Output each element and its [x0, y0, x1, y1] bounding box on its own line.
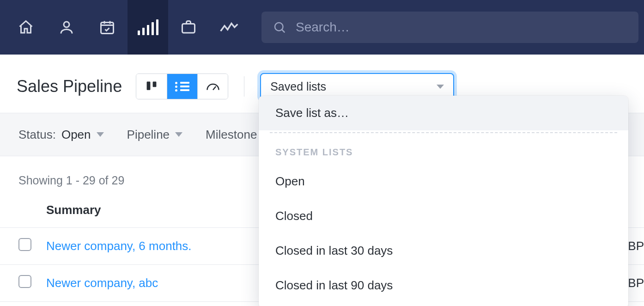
svg-point-0	[64, 22, 69, 27]
nav-pipeline[interactable]	[128, 0, 168, 55]
view-dashboard-button[interactable]	[197, 74, 228, 99]
chevron-down-icon	[97, 132, 104, 137]
gauge-icon	[206, 81, 220, 92]
search-container	[261, 12, 638, 43]
svg-rect-4	[147, 82, 151, 90]
nav-person[interactable]	[46, 0, 87, 55]
saved-list-item[interactable]: Open	[259, 164, 628, 199]
top-nav	[0, 0, 644, 55]
filter-status-prefix: Status:	[18, 128, 56, 142]
row-summary-link[interactable]: Newer company, abc	[46, 276, 158, 290]
trend-icon	[220, 21, 238, 34]
nav-reports[interactable]	[209, 0, 249, 55]
nav-cases[interactable]	[168, 0, 209, 55]
view-list-button[interactable]	[167, 74, 197, 99]
saved-lists-select-label: Saved lists	[270, 80, 437, 93]
row-summary-link[interactable]: Newer company, 6 months.	[46, 239, 192, 253]
saved-list-item[interactable]: Closed in last 90 days	[259, 268, 628, 303]
saved-lists-dropdown: Save list as… SYSTEM LISTS OpenClosedClo…	[259, 96, 628, 306]
row-checkbox[interactable]	[18, 238, 31, 251]
svg-rect-5	[153, 82, 157, 87]
briefcase-icon	[180, 19, 197, 36]
chevron-down-icon	[175, 132, 182, 137]
person-icon	[58, 19, 75, 36]
filter-status[interactable]: Status: Open	[18, 128, 104, 142]
row-checkbox[interactable]	[18, 275, 31, 288]
filter-pipeline-label: Pipeline	[127, 128, 170, 142]
search-input[interactable]	[296, 20, 627, 35]
nav-home[interactable]	[6, 0, 46, 55]
page-title: Sales Pipeline	[17, 77, 122, 96]
filter-milestone-label: Milestone	[206, 128, 257, 142]
svg-rect-1	[101, 23, 114, 34]
board-icon	[146, 80, 158, 92]
filter-pipeline[interactable]: Pipeline	[127, 128, 183, 142]
nav-calendar[interactable]	[87, 0, 128, 55]
divider	[244, 76, 244, 97]
list-icon	[175, 80, 189, 93]
svg-rect-2	[182, 24, 195, 33]
col-checkbox	[0, 193, 39, 228]
view-board-button[interactable]	[136, 74, 167, 99]
chevron-down-icon	[437, 85, 444, 89]
divider	[270, 132, 617, 133]
filter-status-value: Open	[61, 128, 91, 142]
search-icon	[273, 20, 286, 34]
saved-list-item[interactable]: Closed	[259, 199, 628, 233]
saved-list-item[interactable]: Closed in last 30 days	[259, 233, 628, 268]
bars-icon	[138, 19, 158, 35]
save-list-as-item[interactable]: Save list as…	[259, 96, 628, 130]
view-switch	[136, 73, 228, 99]
system-lists-heading: SYSTEM LISTS	[259, 137, 628, 164]
calendar-icon	[99, 19, 115, 36]
home-icon	[18, 19, 34, 36]
svg-point-3	[275, 23, 283, 31]
